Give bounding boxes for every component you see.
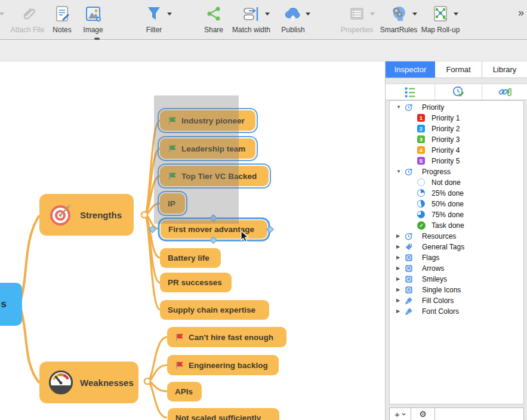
match-width-label: Match width bbox=[232, 26, 270, 34]
tab-format[interactable]: Format bbox=[435, 61, 482, 78]
secondary-bar bbox=[0, 41, 527, 61]
plus-icon: + bbox=[395, 409, 400, 419]
brush-icon bbox=[405, 297, 413, 307]
tag-icon bbox=[405, 243, 413, 253]
tree-item-priority-2[interactable]: 2 Priority 2 bbox=[390, 123, 523, 134]
tree-section-label: Font Colors bbox=[422, 307, 459, 316]
tree-item-task-done[interactable]: ✓ Task done bbox=[390, 220, 523, 231]
tree-section-label: Resources bbox=[422, 232, 456, 240]
tree-section-priority[interactable]: ▼ Priority bbox=[390, 102, 523, 113]
subtab-links-attachments[interactable] bbox=[482, 84, 527, 100]
tree-item-label: Priority 3 bbox=[432, 135, 460, 144]
toolbar-splitter-handle[interactable] bbox=[94, 38, 100, 40]
tree-item-priority-1[interactable]: 1 Priority 1 bbox=[390, 113, 523, 123]
disclosure-closed-icon[interactable]: ▶ bbox=[396, 308, 400, 314]
toolbar: Attach File Notes Image Filter Share Mat… bbox=[0, 0, 527, 40]
image-icon bbox=[83, 4, 103, 24]
disclosure-closed-icon[interactable]: ▶ bbox=[396, 276, 400, 282]
settings-button[interactable]: ⚙ bbox=[411, 408, 435, 420]
tree-item-label: Not done bbox=[432, 178, 461, 187]
tree-item-25-done[interactable]: 25% done bbox=[390, 188, 523, 199]
disclosure-closed-icon[interactable]: ▶ bbox=[396, 233, 400, 239]
tree-item-75-done[interactable]: 75% done bbox=[390, 209, 523, 220]
publish-button[interactable]: Publish bbox=[266, 4, 320, 34]
tree-item-50-done[interactable]: 50% done bbox=[390, 199, 523, 209]
filter-button[interactable]: Filter bbox=[127, 4, 181, 34]
disclosure-open-icon[interactable]: ▼ bbox=[396, 169, 401, 174]
tree-item-label: 75% done bbox=[432, 211, 464, 219]
tab-library[interactable]: Library bbox=[482, 61, 527, 78]
disclosure-closed-icon[interactable]: ▶ bbox=[396, 287, 400, 292]
tree-section-label: Arrows bbox=[422, 264, 444, 273]
tree-section-label: General Tags bbox=[422, 243, 464, 251]
map-rollup-button[interactable]: Map Roll-up bbox=[413, 4, 468, 34]
disclosure-closed-icon[interactable]: ▶ bbox=[396, 265, 400, 271]
toolbar-overflow-button[interactable]: » bbox=[518, 7, 523, 19]
tree-section-label: Progress bbox=[422, 168, 451, 176]
progress-50-icon bbox=[417, 200, 425, 208]
topic-label: Can't hire fast enough bbox=[189, 333, 273, 342]
subtab-task-info[interactable] bbox=[435, 84, 482, 100]
tree-section-fill-colors[interactable]: ▶ Fill Colors bbox=[390, 295, 523, 306]
match-width-icon bbox=[241, 4, 261, 24]
tree-item-priority-3[interactable]: 3 Priority 3 bbox=[390, 134, 523, 145]
app-window: Attach File Notes Image Filter Share Mat… bbox=[0, 0, 527, 420]
priority-1-badge: 1 bbox=[417, 114, 425, 122]
task-done-icon: ✓ bbox=[417, 221, 426, 230]
topic-supply-chain-expertise[interactable]: Supply chain expertise bbox=[160, 300, 269, 320]
tab-inspector[interactable]: Inspector bbox=[386, 61, 435, 78]
panel-footer: + ⚙ bbox=[389, 407, 524, 420]
tree-section-smileys[interactable]: ▶ Smileys bbox=[390, 274, 523, 285]
clock-icon bbox=[405, 232, 413, 242]
tree-section-resources[interactable]: ▶ Resources bbox=[390, 231, 523, 242]
tree-item-priority-4[interactable]: 4 Priority 4 bbox=[390, 145, 523, 156]
disclosure-closed-icon[interactable]: ▶ bbox=[396, 255, 400, 260]
topic-cant-hire-fast-enough[interactable]: Can't hire fast enough bbox=[167, 327, 286, 347]
tree-item-not-done[interactable]: Not done bbox=[390, 177, 523, 188]
chevron-down-icon bbox=[402, 413, 406, 416]
smartrules-icon bbox=[389, 4, 409, 24]
tree-section-general-tags[interactable]: ▶ General Tags bbox=[390, 242, 523, 252]
priority-5-badge: 5 bbox=[417, 157, 425, 165]
tree-item-label: 25% done bbox=[432, 189, 464, 197]
tree-section-font-colors[interactable]: ▶ Font Colors bbox=[390, 306, 523, 317]
topic-engineering-backlog[interactable]: Engineering backlog bbox=[167, 355, 279, 375]
filter-dropdown-caret-icon[interactable] bbox=[167, 13, 172, 16]
disclosure-closed-icon[interactable]: ▶ bbox=[396, 298, 400, 303]
progress-25-icon bbox=[417, 189, 425, 197]
topic-pr-successes[interactable]: PR successes bbox=[160, 273, 232, 292]
subtab-task-list[interactable] bbox=[386, 84, 435, 100]
topic-apis[interactable]: APIs bbox=[167, 382, 202, 402]
mindmap-canvas[interactable]: s Strengths Weaknesses Industry pioneer … bbox=[0, 61, 385, 420]
image-label: Image bbox=[83, 26, 103, 34]
tree-item-label: Task done bbox=[432, 221, 464, 230]
smartrules-label: SmartRules bbox=[380, 26, 418, 34]
red-flag-icon bbox=[175, 333, 184, 341]
tree-section-single-icons[interactable]: ▶ Single Icons bbox=[390, 285, 523, 295]
tree-section-progress[interactable]: ▼ Progress bbox=[390, 166, 523, 177]
icon-marker-icon bbox=[405, 286, 413, 296]
map-rollup-label: Map Roll-up bbox=[421, 26, 460, 34]
tree-section-label: Smileys bbox=[422, 275, 447, 283]
tree-section-arrows[interactable]: ▶ Arrows bbox=[390, 263, 523, 274]
topic-battery-life[interactable]: Battery life bbox=[160, 248, 221, 268]
disclosure-closed-icon[interactable]: ▶ bbox=[396, 244, 400, 249]
topic-strengths[interactable]: Strengths bbox=[39, 194, 134, 236]
properties-label: Properties bbox=[341, 26, 374, 34]
publish-dropdown-caret-icon[interactable] bbox=[306, 13, 310, 16]
tree-section-flags[interactable]: ▶ Flags bbox=[390, 252, 523, 263]
gauge-icon bbox=[48, 369, 74, 396]
tree-section-label: Single Icons bbox=[422, 286, 461, 294]
disclosure-open-icon[interactable]: ▼ bbox=[396, 104, 401, 110]
tree-item-label: 50% done bbox=[432, 200, 464, 208]
map-rollup-dropdown-caret-icon[interactable] bbox=[454, 13, 458, 16]
topic-not-scaled-sufficiently[interactable]: Not scaled sufficiently bbox=[168, 408, 279, 420]
map-rollup-icon bbox=[430, 4, 451, 24]
topic-weaknesses[interactable]: Weaknesses bbox=[39, 362, 138, 403]
add-marker-button[interactable]: + bbox=[390, 408, 411, 420]
image-button[interactable]: Image bbox=[66, 4, 121, 34]
topic-label: APIs bbox=[175, 387, 193, 396]
tree-item-priority-5[interactable]: 5 Priority 5 bbox=[390, 156, 523, 166]
topic-central[interactable]: s bbox=[0, 283, 22, 326]
filter-icon bbox=[144, 4, 164, 24]
